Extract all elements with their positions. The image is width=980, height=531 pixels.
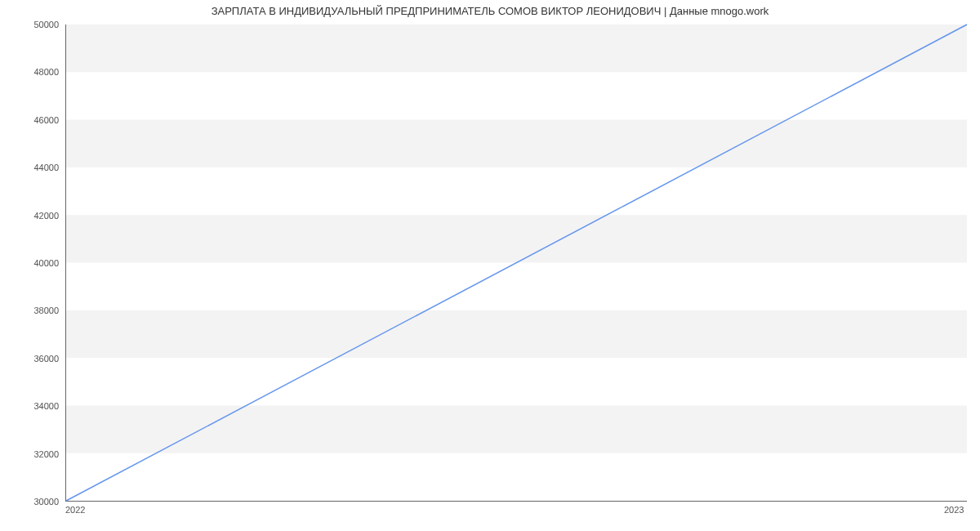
y-tick-label: 36000 bbox=[10, 354, 59, 364]
x-tick-label: 2023 bbox=[944, 505, 964, 515]
y-tick-label: 40000 bbox=[10, 258, 59, 268]
y-tick-label: 42000 bbox=[10, 211, 59, 221]
data-line bbox=[66, 25, 967, 501]
y-tick-label: 46000 bbox=[10, 115, 59, 125]
chart-title: ЗАРПЛАТА В ИНДИВИДУАЛЬНЫЙ ПРЕДПРИНИМАТЕЛ… bbox=[0, 5, 980, 17]
plot-area bbox=[65, 25, 967, 502]
x-tick-label: 2022 bbox=[65, 505, 85, 515]
y-tick-label: 48000 bbox=[10, 67, 59, 77]
y-tick-label: 38000 bbox=[10, 306, 59, 315]
y-tick-label: 30000 bbox=[10, 497, 59, 506]
y-tick-label: 50000 bbox=[10, 20, 59, 29]
chart-line-svg bbox=[66, 25, 967, 501]
y-tick-label: 32000 bbox=[10, 449, 59, 459]
y-tick-label: 34000 bbox=[10, 401, 59, 411]
y-tick-label: 44000 bbox=[10, 163, 59, 172]
